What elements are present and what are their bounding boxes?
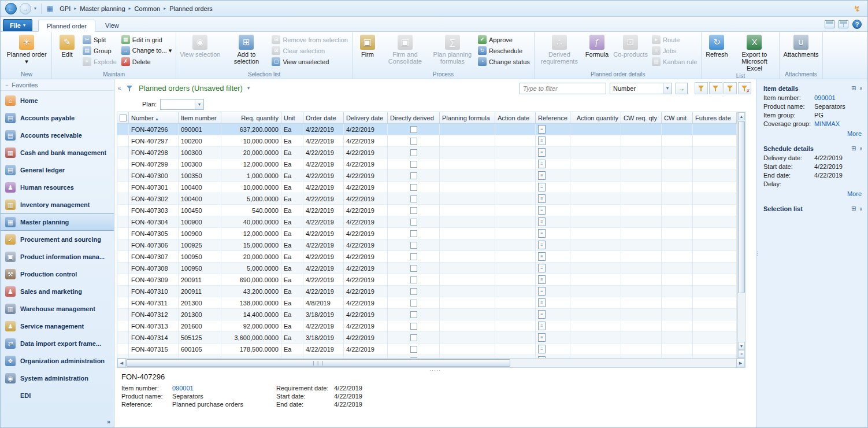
row-marker[interactable] — [117, 205, 129, 216]
open-in-form-icon[interactable]: ⊞ — [851, 85, 856, 91]
column-header-order-date[interactable]: Order date — [303, 112, 344, 124]
chevron-down-icon[interactable]: ▼ — [663, 83, 672, 94]
planned-order-button[interactable]: ✳Planned order ▾ — [3, 33, 50, 65]
export-to-microsoft-excel-button[interactable]: XExport to Microsoft Excel — [731, 33, 777, 72]
column-header-planning-formula[interactable]: Planning formula — [440, 112, 495, 124]
row-marker[interactable] — [117, 274, 129, 286]
row-marker[interactable] — [117, 332, 129, 344]
workspace-icon[interactable] — [825, 20, 834, 28]
directly-derived-checkbox[interactable] — [410, 207, 417, 214]
more-link[interactable]: More — [847, 130, 862, 137]
row-marker[interactable] — [117, 124, 129, 135]
sidebar-item-system-administration[interactable]: ◉System administration — [1, 370, 114, 387]
directly-derived-checkbox[interactable] — [410, 184, 417, 191]
column-header-cw-req-qty[interactable]: CW req. qty — [621, 112, 662, 124]
history-dropdown-icon[interactable]: ▾ — [34, 6, 36, 11]
firm-button[interactable]: ▣Firm — [354, 33, 381, 58]
row-marker[interactable] — [117, 320, 129, 332]
row-marker[interactable] — [117, 297, 129, 309]
sidebar-item-accounts-receivable[interactable]: ▤Accounts receivable — [1, 127, 114, 144]
breadcrumb-item-gpi[interactable]: GPI — [60, 5, 71, 12]
sidebar-item-procurement-and-sourcing[interactable]: ✓Procurement and sourcing — [1, 231, 114, 248]
preview-pane-splitter[interactable]: ····· — [114, 368, 756, 372]
attachments-button[interactable]: ∪Attachments — [781, 33, 820, 58]
quick-launch-icon[interactable]: ↯ — [854, 4, 860, 13]
table-row[interactable]: FON-40729710020010,000.0000Ea4/22/20194/… — [117, 135, 737, 147]
delete-button[interactable]: ✗Delete — [120, 57, 175, 67]
table-row[interactable]: FON-4073145051253,600,000.0000Ea3/18/201… — [117, 332, 737, 344]
view-unselected-button[interactable]: ▢View unselected — [270, 57, 350, 67]
sidebar-item-edi[interactable]: EDI — [1, 387, 114, 404]
coverage-group-value[interactable]: MINMAX — [814, 120, 863, 128]
row-marker[interactable] — [117, 251, 129, 263]
group-button[interactable]: ▤Group — [81, 46, 119, 56]
sidebar-item-home[interactable]: ⌂Home — [1, 92, 114, 109]
table-row[interactable]: FON-40731020091143,200.0000Ea4/22/20194/… — [117, 286, 737, 297]
back-button[interactable]: ← — [5, 3, 17, 14]
column-header-directly-derived[interactable]: Directly derived — [388, 112, 440, 124]
advanced-filter-button[interactable] — [724, 82, 737, 94]
collapse-pane-icon[interactable]: « — [116, 83, 123, 94]
scroll-down-button[interactable]: ▼ — [738, 342, 745, 350]
directly-derived-checkbox[interactable] — [410, 161, 417, 168]
table-row[interactable]: FON-407303100450540.0000Ea4/22/20194/22/… — [117, 205, 737, 216]
row-marker[interactable] — [117, 263, 129, 274]
horizontal-scrollbar[interactable]: ◀ ❘❘❘ ▶ — [117, 359, 745, 368]
help-icon[interactable]: ? — [852, 20, 862, 29]
table-row[interactable]: FON-407296090001637,200.0000Ea4/22/20194… — [117, 124, 737, 135]
panel-header-item-details[interactable]: Item details⊞∧ — [763, 83, 863, 94]
tab-view[interactable]: View — [97, 19, 128, 31]
sidebar-item-inventory-management[interactable]: ▥Inventory management — [1, 196, 114, 213]
filter-dropdown-icon[interactable]: ▾ — [247, 86, 250, 91]
change-status-button[interactable]: ◔Change status — [477, 57, 532, 67]
column-header-number[interactable]: Number ▲ — [129, 112, 179, 124]
directly-derived-checkbox[interactable] — [410, 230, 417, 237]
column-header-futures-date[interactable]: Futures date — [693, 112, 737, 124]
sidebar-item-sales-and-marketing[interactable]: ♟Sales and marketing — [1, 283, 114, 300]
sidebar-item-cash-and-bank-management[interactable]: ▦Cash and bank management — [1, 144, 114, 161]
row-marker[interactable] — [117, 158, 129, 170]
more-link[interactable]: More — [847, 190, 862, 197]
panel-header-schedule-details[interactable]: Schedule details⊞∧ — [763, 143, 863, 154]
sidebar-item-product-information-mana[interactable]: ▣Product information mana... — [1, 248, 114, 265]
table-row[interactable]: FON-40730510090012,000.0000Ea4/22/20194/… — [117, 228, 737, 239]
chevron-up-icon[interactable]: ∧ — [859, 146, 863, 152]
open-in-form-icon[interactable]: ⊞ — [851, 145, 856, 152]
row-marker[interactable] — [117, 286, 129, 297]
directly-derived-checkbox[interactable] — [410, 323, 417, 330]
filter-by-field-button[interactable] — [695, 82, 708, 94]
directly-derived-checkbox[interactable] — [410, 265, 417, 272]
directly-derived-checkbox[interactable] — [410, 311, 417, 318]
directly-derived-checkbox[interactable] — [410, 219, 417, 226]
sidebar-item-service-management[interactable]: ♟Service management — [1, 318, 114, 335]
tab-file[interactable]: File▾ — [3, 19, 32, 31]
sidebar-item-human-resources[interactable]: ♟Human resources — [1, 179, 114, 196]
reschedule-button[interactable]: ↻Reschedule — [477, 46, 532, 56]
plan-combobox[interactable]: ▼ — [160, 99, 204, 110]
row-marker[interactable] — [117, 170, 129, 182]
vertical-scrollbar[interactable]: ▲ ▼ ≡ — [737, 112, 745, 359]
vertical-scroll-thumb[interactable] — [738, 121, 745, 293]
open-in-form-icon[interactable]: ⊞ — [851, 205, 856, 212]
directly-derived-checkbox[interactable] — [410, 276, 417, 283]
forward-button[interactable]: → — [20, 3, 31, 14]
breadcrumb-item-common[interactable]: Common — [135, 5, 161, 12]
sidebar-item-organization-administration[interactable]: ❖Organization administration — [1, 352, 114, 370]
favorites-item[interactable]: − Favorites — [1, 79, 114, 91]
sidebar-item-master-planning[interactable]: ▦Master planning — [1, 213, 114, 231]
directly-derived-checkbox[interactable] — [410, 149, 417, 156]
scroll-right-button[interactable]: ▶ — [736, 359, 745, 367]
column-header-unit[interactable]: Unit — [281, 112, 303, 124]
refresh-button[interactable]: ↻Refresh — [703, 33, 730, 58]
column-header-req-quantity[interactable]: Req. quantity — [221, 112, 281, 124]
chevron-down-icon[interactable]: ∨ — [859, 206, 863, 212]
table-row[interactable]: FON-40729810030020,000.0000Ea4/22/20194/… — [117, 147, 737, 158]
row-marker[interactable] — [117, 182, 129, 193]
panel-header-selection-list[interactable]: Selection list⊞∨ — [763, 203, 863, 214]
sidebar-item-warehouse-management[interactable]: ▥Warehouse management — [1, 300, 114, 318]
tab-planned-order[interactable]: Planned order — [38, 20, 95, 32]
directly-derived-checkbox[interactable] — [410, 288, 417, 295]
sidebar-item-data-import-export-frame[interactable]: ⇄Data import export frame... — [1, 335, 114, 352]
table-row[interactable]: FON-40730610092515,000.0000Ea4/22/20194/… — [117, 239, 737, 251]
apply-filter-button[interactable]: → — [676, 83, 688, 94]
